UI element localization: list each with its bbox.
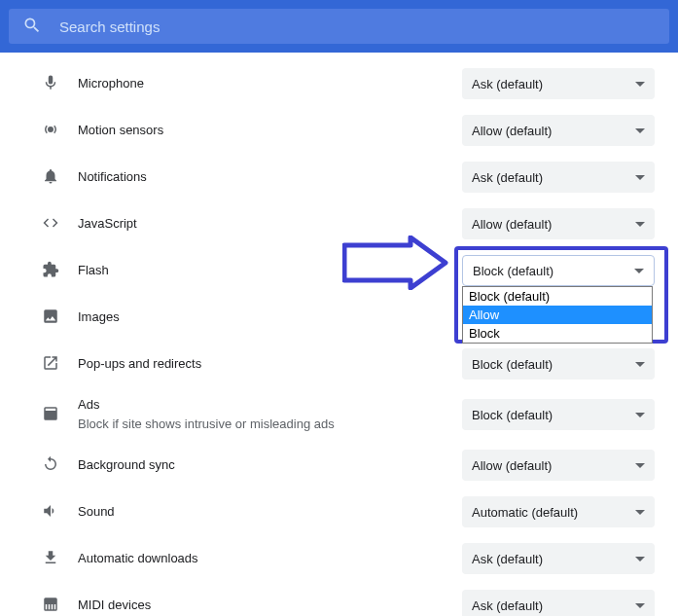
microphone-label: Microphone	[78, 76, 144, 91]
row-javascript: JavaScript Allow (default)	[19, 200, 659, 247]
automatic-downloads-value: Ask (default)	[472, 552, 543, 566]
flash-option-allow[interactable]: Allow	[463, 306, 652, 324]
flash-select[interactable]: Block (default)	[462, 255, 655, 286]
midi-devices-icon	[42, 596, 59, 616]
chevron-down-icon	[635, 175, 645, 180]
microphone-icon	[42, 74, 59, 94]
ads-icon	[42, 405, 59, 425]
settings-list: Microphone Ask (default) Motion sensors …	[0, 53, 678, 616]
chevron-down-icon	[635, 463, 645, 468]
row-flash: Flash Block (default) Block (default) Al…	[19, 247, 659, 294]
chevron-down-icon	[635, 510, 645, 515]
chevron-down-icon	[635, 557, 645, 562]
search-bar	[0, 0, 678, 53]
background-sync-icon	[42, 455, 59, 476]
popups-value: Block (default)	[472, 357, 553, 372]
ads-value: Block (default)	[472, 408, 553, 422]
popups-select[interactable]: Block (default)	[462, 348, 655, 380]
javascript-label: JavaScript	[78, 216, 137, 231]
background-sync-select[interactable]: Allow (default)	[462, 450, 655, 481]
javascript-value: Allow (default)	[472, 217, 552, 232]
flash-value: Block (default)	[473, 264, 553, 278]
sound-icon	[42, 502, 59, 523]
automatic-downloads-label: Automatic downloads	[78, 551, 198, 565]
midi-devices-label: MIDI devices	[78, 598, 151, 612]
motion-sensors-label: Motion sensors	[78, 123, 163, 137]
row-motion-sensors: Motion sensors Allow (default)	[19, 107, 659, 154]
sound-label: Sound	[78, 504, 115, 519]
flash-option-block[interactable]: Block	[463, 324, 652, 343]
motion-sensors-select[interactable]: Allow (default)	[462, 115, 655, 146]
row-background-sync: Background sync Allow (default)	[19, 442, 659, 489]
popups-label: Pop-ups and redirects	[78, 356, 201, 371]
row-ads: Ads Block if site shows intrusive or mis…	[19, 387, 659, 442]
row-automatic-downloads: Automatic downloads Ask (default)	[19, 535, 659, 582]
sound-select[interactable]: Automatic (default)	[462, 496, 655, 527]
chevron-down-icon	[635, 82, 645, 87]
microphone-select[interactable]: Ask (default)	[462, 68, 655, 99]
motion-sensors-value: Allow (default)	[472, 124, 552, 138]
background-sync-label: Background sync	[78, 457, 175, 472]
row-microphone: Microphone Ask (default)	[19, 60, 659, 107]
chevron-down-icon	[635, 603, 645, 608]
microphone-value: Ask (default)	[472, 77, 543, 91]
ads-label: Ads	[78, 396, 462, 414]
flash-label: Flash	[78, 263, 109, 277]
javascript-select[interactable]: Allow (default)	[462, 208, 655, 239]
flash-icon	[42, 261, 59, 281]
row-sound: Sound Automatic (default)	[19, 489, 659, 535]
chevron-down-icon	[634, 269, 644, 273]
ads-select[interactable]: Block (default)	[462, 399, 655, 430]
chevron-down-icon	[635, 362, 645, 367]
images-icon	[42, 308, 59, 328]
row-popups: Pop-ups and redirects Block (default)	[19, 341, 659, 387]
midi-devices-select[interactable]: Ask (default)	[462, 590, 655, 616]
automatic-downloads-select[interactable]: Ask (default)	[462, 543, 655, 574]
chevron-down-icon	[635, 413, 645, 417]
notifications-icon	[42, 167, 59, 188]
automatic-downloads-icon	[42, 549, 59, 569]
popups-icon	[42, 354, 59, 375]
row-midi-devices: MIDI devices Ask (default)	[19, 582, 659, 616]
ads-sublabel: Block if site shows intrusive or mislead…	[78, 416, 462, 433]
javascript-icon	[42, 214, 59, 235]
motion-sensors-icon	[42, 121, 59, 141]
notifications-label: Notifications	[78, 169, 147, 184]
notifications-select[interactable]: Ask (default)	[462, 162, 655, 193]
chevron-down-icon	[635, 128, 645, 133]
search-input[interactable]	[59, 18, 656, 35]
images-label: Images	[78, 309, 120, 324]
flash-option-block-default[interactable]: Block (default)	[463, 287, 652, 306]
midi-devices-value: Ask (default)	[472, 598, 543, 613]
chevron-down-icon	[635, 222, 645, 227]
background-sync-value: Allow (default)	[472, 458, 552, 473]
row-notifications: Notifications Ask (default)	[19, 154, 659, 200]
search-icon	[22, 16, 42, 38]
flash-dropdown: Block (default) Allow Block	[462, 286, 653, 344]
search-field-container[interactable]	[9, 9, 669, 44]
notifications-value: Ask (default)	[472, 170, 543, 185]
sound-value: Automatic (default)	[472, 505, 578, 520]
